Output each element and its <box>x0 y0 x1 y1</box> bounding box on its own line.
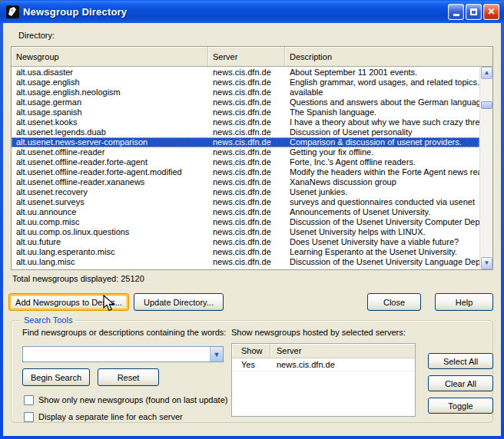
newsgroup-cell: alt.usenet.news-server-comparison <box>12 137 208 147</box>
description-cell: Learning Esperanto at the Usenet Univers… <box>285 247 479 257</box>
total-newsgroups-label: Total newsgroups displayed: 25120 <box>12 274 144 283</box>
description-cell: Getting your fix offline. <box>285 147 479 157</box>
table-row[interactable]: alt.usage.spanishnews.cis.dfn.deThe Span… <box>12 107 479 117</box>
description-cell: surveys and questionnaires conducted via… <box>285 197 479 207</box>
server-column-server[interactable]: Server <box>270 344 415 358</box>
server-row[interactable]: Yesnews.cis.dfn.de <box>232 358 415 371</box>
table-row[interactable]: alt.uu.lang.esperanto.miscnews.cis.dfn.d… <box>12 247 479 257</box>
show-only-new-checkbox[interactable] <box>24 395 34 405</box>
newsgroup-cell: alt.usenet.legends.duab <box>12 127 208 137</box>
scroll-up-icon: ▲ <box>484 70 490 76</box>
server-cell: news.cis.dfn.de <box>208 147 285 157</box>
server-cell: news.cis.dfn.de <box>208 157 285 167</box>
maximize-button[interactable] <box>466 4 482 20</box>
minimize-button[interactable] <box>448 4 464 20</box>
newsgroup-cell: alt.uu.future <box>12 237 208 247</box>
scroll-down-icon: ▼ <box>484 260 490 266</box>
help-button[interactable]: Help <box>435 293 493 311</box>
description-cell: Comparison & discussion of usenet provid… <box>285 137 479 147</box>
server-cell: news.cis.dfn.de <box>208 87 285 97</box>
reset-button[interactable]: Reset <box>98 368 159 386</box>
table-header: Newsgroup Server Description <box>12 47 492 67</box>
scroll-down-button[interactable]: ▼ <box>481 257 492 269</box>
newsgroup-cell: alt.usage.english <box>12 78 208 87</box>
table-row[interactable]: alt.uu.lang.miscnews.cis.dfn.deDiscussio… <box>12 257 479 267</box>
separate-line-checkbox[interactable] <box>24 412 34 422</box>
server-column-show[interactable]: Show <box>232 344 270 358</box>
table-row[interactable]: alt.usenet.news-server-comparisonnews.ci… <box>12 137 479 147</box>
clear-all-button[interactable]: Clear All <box>428 375 493 391</box>
table-row[interactable]: alt.uu.futurenews.cis.dfn.deDoes Usenet … <box>12 237 479 247</box>
table-row[interactable]: alt.usa.disasternews.cis.dfn.deAbout Sep… <box>12 68 479 78</box>
server-cell: news.cis.dfn.de <box>208 237 285 247</box>
begin-search-button[interactable]: Begin Search <box>22 368 90 386</box>
server-cell: news.cis.dfn.de <box>208 197 285 207</box>
table-row[interactable]: alt.usenet.legends.duabnews.cis.dfn.deDi… <box>12 127 479 137</box>
scroll-up-button[interactable]: ▲ <box>481 67 492 79</box>
find-words-label: Find newsgroups or descriptions containi… <box>22 328 226 337</box>
search-tools-group: Search Tools Find newsgroups or descript… <box>11 320 493 423</box>
server-cell: news.cis.dfn.de <box>208 107 285 117</box>
table-row[interactable]: alt.uu.comp.os.linux.questionsnews.cis.d… <box>12 227 479 237</box>
server-name-cell: news.cis.dfn.de <box>270 358 415 371</box>
newsgroup-table: Newsgroup Server Description alt.usa.dis… <box>11 46 493 270</box>
update-directory-button[interactable]: Update Directory... <box>134 293 224 311</box>
table-row[interactable]: alt.usenet.offline-reader.xananewsnews.c… <box>12 177 479 187</box>
column-header-server[interactable]: Server <box>208 47 285 66</box>
server-cell: news.cis.dfn.de <box>208 217 285 227</box>
description-cell: The Spanish language. <box>285 107 479 117</box>
server-cell: news.cis.dfn.de <box>208 97 285 107</box>
newsgroup-cell: alt.usenet.kooks <box>12 117 208 127</box>
close-window-button[interactable]: ✕ <box>483 4 499 20</box>
table-row[interactable]: alt.usenet.kooksnews.cis.dfn.deI have a … <box>12 117 479 127</box>
scrollbar-thumb[interactable] <box>481 101 492 109</box>
server-cell: news.cis.dfn.de <box>208 227 285 237</box>
table-row[interactable]: alt.usenet.offline-reader.forte-agentnew… <box>12 157 479 167</box>
table-row[interactable]: alt.usage.english.neologismnews.cis.dfn.… <box>12 87 479 97</box>
toggle-button[interactable]: Toggle <box>428 398 493 414</box>
description-cell: Announcements of Usenet University. <box>285 207 479 217</box>
server-cell: news.cis.dfn.de <box>208 137 285 147</box>
table-rows: alt.usa.disasternews.cis.dfn.deAbout Sep… <box>12 68 479 267</box>
show-only-new-checkbox-row[interactable]: Show only new newsgroups (found on last … <box>24 394 227 405</box>
newsgroup-cell: alt.usenet.offline-reader.forte-agent.mo… <box>12 167 208 177</box>
separate-line-label[interactable]: Display a separate line for each server <box>38 412 183 421</box>
description-cell: Discussion of the Usenet University Comp… <box>285 217 479 227</box>
table-row[interactable]: alt.uu.announcenews.cis.dfn.deAnnounceme… <box>12 207 479 217</box>
select-all-button[interactable]: Select All <box>428 353 493 369</box>
maximize-icon <box>470 8 477 15</box>
table-row[interactable]: alt.usenet.surveysnews.cis.dfn.desurveys… <box>12 197 479 207</box>
combobox-dropdown-button[interactable]: ▼ <box>210 347 223 361</box>
column-header-description[interactable]: Description <box>285 47 492 66</box>
table-row[interactable]: alt.usenet.offline-reader.forte-agent.mo… <box>12 167 479 177</box>
description-cell: Usenet junkies. <box>285 187 479 197</box>
server-cell: news.cis.dfn.de <box>208 177 285 187</box>
newsgroup-cell: alt.uu.lang.misc <box>12 257 208 267</box>
separate-line-checkbox-row[interactable]: Display a separate line for each server <box>24 411 183 422</box>
description-cell: Questions and answers about the German l… <box>285 97 479 107</box>
table-row[interactable]: alt.usenet.offline-readernews.cis.dfn.de… <box>12 147 479 157</box>
search-combobox-value[interactable] <box>23 347 210 361</box>
vertical-scrollbar[interactable]: ▲ ▼ <box>479 67 492 269</box>
close-icon: ✕ <box>487 7 495 16</box>
server-cell: news.cis.dfn.de <box>208 68 285 78</box>
newsgroup-cell: alt.usenet.offline-reader.forte-agent <box>12 157 208 167</box>
show-only-new-label[interactable]: Show only new newsgroups (found on last … <box>38 395 227 404</box>
search-combobox[interactable]: ▼ <box>22 346 224 362</box>
server-table-header: Show Server <box>232 344 415 358</box>
table-row[interactable]: alt.usage.germannews.cis.dfn.deQuestions… <box>12 97 479 107</box>
table-row[interactable]: alt.usenet.recoverynews.cis.dfn.deUsenet… <box>12 187 479 197</box>
newsgroup-directory-window: Newsgroup Directory ✕ Directory: Newsgro… <box>0 0 504 439</box>
table-row[interactable]: alt.usage.englishnews.cis.dfn.deEnglish … <box>12 78 479 87</box>
title-bar[interactable]: Newsgroup Directory ✕ <box>0 0 504 23</box>
newsgroup-cell: alt.usage.english.neologism <box>12 87 208 97</box>
close-button[interactable]: Close <box>367 293 421 311</box>
table-row[interactable]: alt.uu.comp.miscnews.cis.dfn.deDiscussio… <box>12 217 479 227</box>
server-cell: news.cis.dfn.de <box>208 187 285 197</box>
column-header-newsgroup[interactable]: Newsgroup <box>12 47 208 66</box>
description-cell: English grammar, word usages, and relate… <box>285 78 479 87</box>
description-cell: Modify the headers within the Forte Agen… <box>285 167 479 177</box>
hosted-servers-label: Show newsgroups hosted by selected serve… <box>231 328 406 337</box>
search-tools-title: Search Tools <box>21 315 75 325</box>
add-newsgroups-button[interactable]: Add Newsgroups to Desks... <box>8 293 129 311</box>
